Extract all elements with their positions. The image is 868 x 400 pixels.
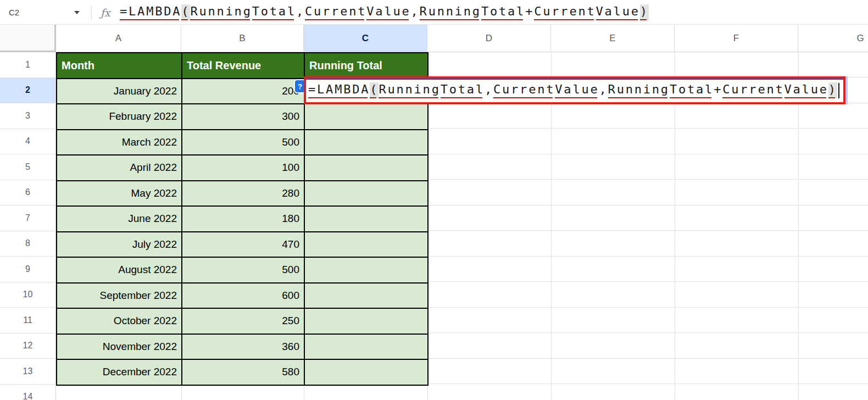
cell-revenue[interactable]: 280 bbox=[182, 181, 305, 207]
text-caret bbox=[838, 83, 840, 98]
cell-month[interactable]: June 2022 bbox=[57, 207, 182, 232]
cell-editor-input[interactable]: =LAMBDA(RunningTotal,CurrentValue,Runnin… bbox=[308, 79, 839, 102]
formula-token: Current bbox=[722, 82, 784, 98]
cell-month[interactable]: March 2022 bbox=[57, 130, 182, 156]
formula-token: Running bbox=[379, 82, 440, 98]
row-header-9[interactable]: 9 bbox=[0, 257, 55, 282]
row-header-13[interactable]: 13 bbox=[0, 359, 55, 385]
formula-token: ( bbox=[181, 4, 190, 20]
formula-token: Total bbox=[670, 82, 714, 98]
cell-revenue[interactable]: 580 bbox=[182, 360, 305, 386]
cell-month[interactable]: April 2022 bbox=[57, 155, 182, 181]
column-header-c[interactable]: C bbox=[304, 25, 427, 52]
cell-revenue[interactable]: 500 bbox=[182, 258, 305, 284]
row-headers: 1234567891011121314 bbox=[0, 52, 56, 400]
cell-running-total[interactable] bbox=[305, 284, 429, 309]
cell-revenue[interactable]: 100 bbox=[182, 155, 305, 181]
fx-icon: ƒx bbox=[101, 0, 110, 25]
row-header-12[interactable]: 12 bbox=[0, 334, 55, 359]
formula-token: , bbox=[296, 4, 305, 20]
row-header-7[interactable]: 7 bbox=[0, 205, 55, 231]
cell-revenue[interactable]: 500 bbox=[182, 130, 305, 156]
formula-token: Current bbox=[305, 4, 366, 20]
cell-month[interactable]: January 2022 bbox=[57, 79, 182, 105]
formula-token: + bbox=[525, 4, 534, 20]
header-cell-month[interactable]: Month bbox=[57, 53, 182, 79]
select-all-corner[interactable] bbox=[0, 25, 56, 52]
row-header-4[interactable]: 4 bbox=[0, 129, 55, 155]
cell-running-total[interactable] bbox=[305, 232, 429, 258]
cell-running-total[interactable] bbox=[305, 155, 429, 181]
row-header-11[interactable]: 11 bbox=[0, 308, 55, 334]
header-cell-total-revenue[interactable]: Total Revenue bbox=[182, 53, 305, 79]
formula-token: + bbox=[714, 82, 722, 98]
column-header-f[interactable]: F bbox=[675, 25, 798, 52]
row-header-8[interactable]: 8 bbox=[0, 231, 55, 257]
cell-running-total[interactable] bbox=[305, 181, 429, 207]
header-cell-running-total[interactable]: Running Total bbox=[305, 53, 429, 79]
cell-month[interactable]: February 2022 bbox=[57, 104, 182, 130]
cell-revenue[interactable]: 300 bbox=[182, 104, 305, 130]
row-header-14[interactable]: 14 bbox=[0, 385, 55, 400]
cell-running-total[interactable] bbox=[305, 309, 429, 335]
formula-input[interactable]: =LAMBDA(RunningTotal,CurrentValue,Runnin… bbox=[120, 0, 649, 25]
row-header-2[interactable]: 2 bbox=[0, 78, 55, 104]
formula-token: Total bbox=[481, 4, 525, 20]
chevron-down-icon[interactable] bbox=[74, 11, 80, 14]
formula-token: Running bbox=[190, 4, 252, 20]
formula-token: ) bbox=[828, 82, 837, 98]
cell-running-total[interactable] bbox=[305, 207, 429, 232]
cell-running-total[interactable] bbox=[305, 335, 429, 360]
cell-month[interactable]: September 2022 bbox=[57, 284, 182, 309]
formula-token: Value bbox=[784, 82, 828, 98]
row-header-5[interactable]: 5 bbox=[0, 154, 55, 180]
cell-month[interactable]: July 2022 bbox=[57, 232, 182, 258]
column-header-g[interactable]: G bbox=[798, 25, 868, 52]
formula-token: Value bbox=[555, 82, 599, 98]
column-headers: ABCDEFG bbox=[0, 25, 868, 52]
row-header-6[interactable]: 6 bbox=[0, 180, 55, 206]
formula-token: Value bbox=[366, 4, 410, 20]
formula-token: Current bbox=[493, 82, 555, 98]
badge-label: ? bbox=[298, 82, 302, 91]
cell-month[interactable]: May 2022 bbox=[57, 181, 182, 207]
cell-revenue[interactable]: 180 bbox=[182, 207, 305, 232]
formula-token: , bbox=[485, 82, 493, 98]
formula-token: Current bbox=[534, 4, 596, 20]
row-header-1[interactable]: 1 bbox=[0, 52, 55, 78]
formula-token: Running bbox=[420, 4, 481, 20]
column-header-b[interactable]: B bbox=[181, 25, 304, 52]
formula-token: Value bbox=[596, 4, 640, 20]
cell-revenue[interactable]: 470 bbox=[182, 232, 305, 258]
formula-token: Running bbox=[608, 82, 670, 98]
cell-month[interactable]: November 2022 bbox=[57, 335, 182, 360]
name-box[interactable]: C2 bbox=[0, 0, 88, 25]
column-header-d[interactable]: D bbox=[427, 25, 551, 52]
row-header-10[interactable]: 10 bbox=[0, 282, 55, 308]
divider bbox=[91, 5, 92, 19]
cell-month[interactable]: October 2022 bbox=[57, 309, 182, 335]
cell-editor[interactable]: =LAMBDA(RunningTotal,CurrentValue,Runnin… bbox=[304, 76, 845, 104]
cell-revenue[interactable]: 600 bbox=[182, 284, 305, 309]
cell-month[interactable]: December 2022 bbox=[57, 360, 182, 386]
cell-revenue[interactable]: 250 bbox=[182, 309, 305, 335]
cell-running-total[interactable] bbox=[305, 104, 429, 130]
formula-token: Total bbox=[441, 82, 485, 98]
cell-month[interactable]: August 2022 bbox=[57, 258, 182, 284]
formula-token: , bbox=[599, 82, 608, 98]
column-header-e[interactable]: E bbox=[551, 25, 675, 52]
cell-running-total[interactable] bbox=[305, 360, 429, 386]
formula-token: ) bbox=[640, 4, 649, 20]
formula-token: =LAMBDA bbox=[308, 82, 370, 98]
cell-reference: C2 bbox=[9, 0, 19, 25]
cell-running-total[interactable] bbox=[305, 258, 429, 284]
row-header-3[interactable]: 3 bbox=[0, 103, 55, 129]
cell-revenue[interactable]: 200 bbox=[182, 79, 305, 105]
cell-running-total[interactable] bbox=[305, 130, 429, 156]
formula-bar: C2 ƒx =LAMBDA(RunningTotal,CurrentValue,… bbox=[0, 0, 868, 25]
formula-token: =LAMBDA bbox=[120, 4, 181, 20]
formula-token: ( bbox=[370, 82, 379, 98]
cell-revenue[interactable]: 360 bbox=[182, 335, 305, 360]
formula-token: Total bbox=[252, 4, 296, 20]
column-header-a[interactable]: A bbox=[56, 25, 181, 52]
